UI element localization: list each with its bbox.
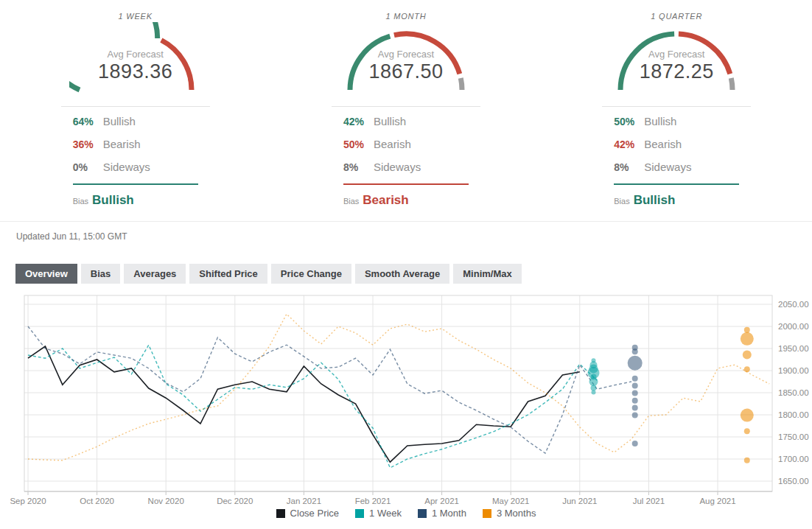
- bullish-label: Bullish: [644, 115, 676, 127]
- bias-row: Bias Bearish: [343, 193, 469, 208]
- sentiment-stats: 42% Bullish 50% Bearish 8% Sideways: [343, 110, 469, 178]
- avg-forecast-value: 1893.36: [69, 60, 202, 83]
- bearish-percent: 36%: [73, 139, 103, 150]
- avg-forecast-label: Avg Forecast: [610, 49, 743, 60]
- divider: [602, 106, 751, 107]
- svg-text:1850.00: 1850.00: [778, 388, 809, 397]
- stat-row-bullish: 50% Bullish: [614, 110, 739, 133]
- bearish-percent: 50%: [343, 139, 374, 150]
- gauge-center-text: Avg Forecast 1867.50: [340, 49, 472, 83]
- legend-label: 3 Months: [497, 508, 536, 519]
- svg-text:Feb 2021: Feb 2021: [355, 497, 391, 505]
- tab-bias[interactable]: Bias: [81, 264, 120, 284]
- bias-value: Bullish: [92, 193, 134, 208]
- divider: [61, 106, 210, 107]
- stat-row-sideways: 8% Sideways: [343, 155, 469, 178]
- svg-text:Jul 2021: Jul 2021: [633, 497, 665, 505]
- bias-row: Bias Bullish: [73, 193, 198, 208]
- legend-item-close-price[interactable]: Close Price: [276, 508, 339, 519]
- gauge: Avg Forecast 1893.36: [69, 22, 202, 94]
- forecast-card-1-quarter: 1 QUARTER Avg Forecast 1872.25 50% Bulli…: [542, 6, 812, 208]
- svg-text:1700.00: 1700.00: [778, 455, 809, 463]
- tab-smooth-average[interactable]: Smooth Average: [355, 264, 449, 284]
- svg-text:Apr 2021: Apr 2021: [424, 497, 459, 505]
- forecast-card-1-month: 1 MONTH Avg Forecast 1867.50 42% Bullish…: [270, 6, 541, 208]
- tab-price-change[interactable]: Price Change: [271, 264, 351, 284]
- stat-row-bullish: 42% Bullish: [343, 110, 469, 133]
- legend-item-1-month[interactable]: 1 Month: [418, 508, 466, 519]
- forecast-gauges-row: 1 WEEK Avg Forecast 1893.36 64% Bullish …: [0, 0, 812, 208]
- forecast-card-1-week: 1 WEEK Avg Forecast 1893.36 64% Bullish …: [0, 6, 270, 208]
- section-divider: [0, 221, 812, 222]
- bearish-percent: 42%: [614, 139, 644, 150]
- bullish-percent: 42%: [343, 116, 374, 127]
- avg-forecast-value: 1872.25: [610, 60, 743, 83]
- gauge-period-title: 1 WEEK: [118, 12, 152, 21]
- svg-text:1650.00: 1650.00: [778, 477, 809, 486]
- stat-row-bearish: 50% Bearish: [343, 133, 469, 155]
- svg-text:Aug 2021: Aug 2021: [699, 497, 735, 505]
- sentiment-stats: 64% Bullish 36% Bearish 0% Sideways: [73, 110, 198, 178]
- sentiment-stats: 50% Bullish 42% Bearish 8% Sideways: [614, 110, 739, 178]
- chart-tab-bar: OverviewBiasAveragesShifted PricePrice C…: [15, 264, 812, 284]
- tab-minim-max[interactable]: Minim/Max: [453, 264, 521, 284]
- svg-text:1750.00: 1750.00: [778, 432, 809, 441]
- stat-row-sideways: 0% Sideways: [73, 155, 198, 178]
- price-forecast-chart-canvas[interactable]: 2050.002000.001950.001900.001850.001800.…: [0, 290, 812, 508]
- svg-text:Jan 2021: Jan 2021: [287, 497, 321, 505]
- tab-averages[interactable]: Averages: [124, 264, 186, 284]
- legend-swatch: [483, 509, 491, 518]
- gauge-period-title: 1 QUARTER: [651, 12, 702, 21]
- bias-underline: [614, 183, 739, 185]
- bearish-label: Bearish: [644, 138, 682, 150]
- gauge: Avg Forecast 1867.50: [340, 22, 472, 94]
- bearish-label: Bearish: [374, 138, 411, 150]
- svg-text:1950.00: 1950.00: [778, 344, 809, 353]
- bias-underline: [73, 183, 198, 185]
- sideways-percent: 8%: [343, 161, 374, 173]
- legend-label: 1 Week: [369, 508, 402, 519]
- svg-text:Dec 2020: Dec 2020: [217, 497, 253, 505]
- stat-row-bearish: 36% Bearish: [73, 133, 198, 155]
- bias-row: Bias Bullish: [614, 193, 739, 208]
- stat-row-bullish: 64% Bullish: [73, 110, 198, 133]
- forecast-chart: 2050.002000.001950.001900.001850.001800.…: [0, 290, 812, 519]
- avg-forecast-label: Avg Forecast: [69, 49, 202, 60]
- legend-item-1-week[interactable]: 1 Week: [355, 508, 402, 519]
- bias-label: Bias: [614, 197, 629, 206]
- bias-label: Bias: [343, 197, 359, 206]
- svg-text:2000.00: 2000.00: [778, 322, 809, 331]
- gauge-center-text: Avg Forecast 1893.36: [69, 49, 202, 83]
- svg-text:Sep 2020: Sep 2020: [10, 497, 46, 505]
- sideways-label: Sideways: [644, 161, 691, 173]
- legend-label: Close Price: [290, 508, 339, 519]
- sideways-percent: 8%: [614, 161, 644, 173]
- bias-value: Bearish: [363, 193, 408, 208]
- tab-overview[interactable]: Overview: [15, 264, 77, 284]
- bullish-label: Bullish: [103, 115, 136, 127]
- updated-timestamp: Updated Jun 11, 15:00 GMT: [16, 231, 812, 242]
- stat-row-sideways: 8% Sideways: [614, 155, 739, 178]
- bias-underline: [343, 183, 469, 185]
- svg-text:1800.00: 1800.00: [778, 410, 809, 419]
- legend-swatch: [355, 509, 364, 518]
- svg-text:Jun 2021: Jun 2021: [562, 497, 597, 505]
- bias-value: Bullish: [634, 193, 676, 208]
- bullish-percent: 50%: [614, 116, 644, 127]
- stat-row-bearish: 42% Bearish: [614, 133, 739, 155]
- svg-text:May 2021: May 2021: [492, 497, 530, 505]
- bullish-percent: 64%: [73, 116, 103, 127]
- tab-shifted-price[interactable]: Shifted Price: [189, 264, 267, 284]
- sideways-label: Sideways: [374, 161, 421, 173]
- bearish-label: Bearish: [103, 138, 141, 150]
- svg-text:Nov 2020: Nov 2020: [148, 497, 184, 505]
- legend-item-3-months[interactable]: 3 Months: [483, 508, 536, 519]
- chart-legend: Close Price1 Week1 Month3 Months: [0, 508, 812, 519]
- legend-label: 1 Month: [432, 508, 466, 519]
- bullish-label: Bullish: [374, 115, 406, 127]
- svg-text:Oct 2020: Oct 2020: [80, 497, 114, 505]
- gauge-center-text: Avg Forecast 1872.25: [610, 49, 743, 83]
- legend-swatch: [276, 509, 285, 518]
- gauge-period-title: 1 MONTH: [385, 12, 426, 21]
- bias-label: Bias: [73, 197, 88, 206]
